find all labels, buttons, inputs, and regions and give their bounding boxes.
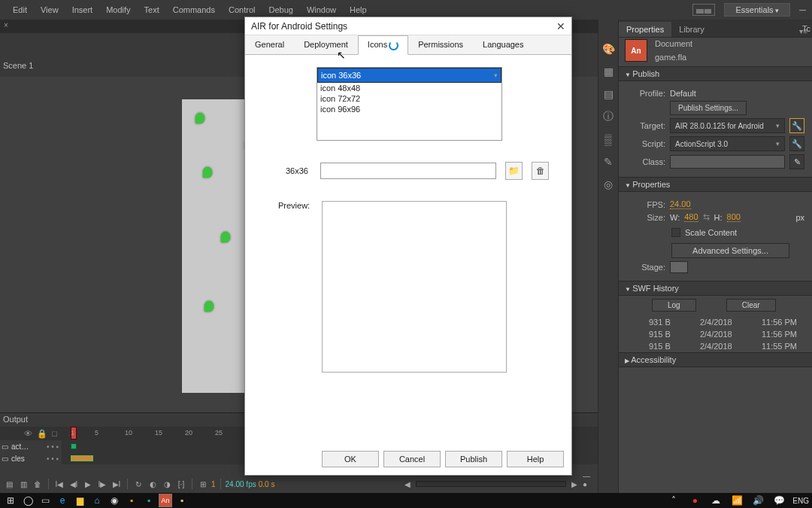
- cc-icon[interactable]: ◎: [601, 178, 615, 191]
- wrench-icon[interactable]: 🔧: [789, 136, 804, 151]
- last-frame-icon[interactable]: ▶I: [111, 478, 123, 490]
- zoom-slider-icon[interactable]: —●—: [583, 478, 595, 490]
- menu-control[interactable]: Control: [222, 2, 262, 17]
- section-swf-history[interactable]: SWF History: [619, 281, 812, 296]
- notepad-icon[interactable]: ▪: [174, 493, 189, 508]
- publish-button[interactable]: Publish: [445, 451, 502, 467]
- menu-modify[interactable]: Modify: [99, 2, 137, 17]
- wrench-icon[interactable]: 🔧: [789, 118, 804, 133]
- start-icon[interactable]: ⊞: [3, 493, 18, 508]
- icon-size-listbox[interactable]: icon 36x36 icon 48x48 icon 72x72 icon 96…: [317, 67, 502, 141]
- swatches-icon[interactable]: ▦: [601, 65, 615, 78]
- list-item[interactable]: icon 48x48: [317, 83, 501, 93]
- scroll-left-icon[interactable]: ◀: [401, 478, 414, 490]
- brush-icon[interactable]: ✎: [601, 155, 615, 169]
- play-icon[interactable]: ▶: [82, 478, 94, 490]
- taskview-icon[interactable]: ▭: [38, 493, 53, 508]
- trash-icon[interactable]: 🗑: [532, 162, 549, 180]
- new-folder-icon[interactable]: ▥: [17, 478, 29, 490]
- sprite[interactable]: [205, 301, 214, 312]
- menu-edit[interactable]: Edit: [6, 2, 34, 17]
- list-item[interactable]: icon 72x72: [317, 93, 501, 104]
- language-indicator[interactable]: ENG: [792, 497, 809, 505]
- link-icon[interactable]: ⇆: [703, 212, 710, 222]
- tab-properties[interactable]: Properties: [619, 22, 671, 37]
- animate-icon[interactable]: An: [159, 494, 172, 507]
- sprite[interactable]: [195, 113, 205, 123]
- current-frame[interactable]: 1: [211, 480, 216, 488]
- tab-library[interactable]: Library: [671, 22, 712, 37]
- menu-insert[interactable]: Insert: [65, 2, 100, 17]
- log-button[interactable]: Log: [652, 299, 696, 312]
- class-input[interactable]: [670, 155, 785, 169]
- notifications-icon[interactable]: 💬: [771, 493, 786, 508]
- chrome-icon[interactable]: ◉: [107, 493, 122, 508]
- new-layer-icon[interactable]: ▤: [3, 478, 15, 490]
- first-frame-icon[interactable]: I◀: [53, 478, 65, 490]
- menu-window[interactable]: Window: [300, 2, 343, 17]
- scale-content-checkbox[interactable]: [671, 228, 680, 237]
- align-icon[interactable]: ▤: [601, 87, 615, 101]
- menu-debug[interactable]: Debug: [262, 2, 299, 17]
- list-item[interactable]: icon 36x36: [317, 68, 501, 83]
- width-value[interactable]: 480: [684, 212, 698, 222]
- tray-up-icon[interactable]: ˄: [666, 493, 681, 508]
- tab-general[interactable]: General: [245, 35, 294, 54]
- target-select[interactable]: AIR 28.0.0.125 for Android: [670, 118, 785, 133]
- sprite[interactable]: [221, 232, 230, 242]
- fps-value[interactable]: 24.00: [670, 199, 691, 209]
- eye-icon[interactable]: 👁: [24, 429, 32, 438]
- close-icon[interactable]: ×: [4, 21, 8, 29]
- stage-color-swatch[interactable]: [670, 261, 688, 273]
- volume-icon[interactable]: 🔊: [750, 493, 765, 508]
- browse-icon[interactable]: 📁: [505, 162, 523, 180]
- menu-view[interactable]: View: [34, 2, 65, 17]
- ok-button[interactable]: OK: [322, 451, 379, 467]
- minimize-icon[interactable]: –: [799, 3, 806, 17]
- onion-out-icon[interactable]: ◑: [161, 478, 173, 490]
- scroll-right-icon[interactable]: ▶: [568, 478, 580, 490]
- tab-permissions[interactable]: Permissions: [408, 35, 473, 54]
- section-publish[interactable]: Publish: [619, 66, 812, 81]
- pencil-icon[interactable]: ✎: [789, 154, 804, 169]
- tab-languages[interactable]: Languages: [473, 35, 533, 54]
- clear-button[interactable]: Clear: [726, 299, 776, 312]
- center-frame-icon[interactable]: ⊞: [197, 478, 209, 490]
- onion-icon[interactable]: ◐: [147, 478, 159, 490]
- tab-deployment[interactable]: Deployment: [294, 35, 358, 54]
- webstorm-icon[interactable]: ▪: [141, 493, 156, 508]
- close-icon[interactable]: ✕: [556, 20, 565, 32]
- edge-icon[interactable]: e: [55, 493, 70, 508]
- section-properties[interactable]: Properties: [619, 177, 812, 192]
- fps-display[interactable]: 24.00 fps: [226, 480, 256, 488]
- transform-icon[interactable]: ▒: [601, 132, 615, 146]
- info-icon[interactable]: ⓘ: [601, 110, 615, 123]
- script-select[interactable]: ActionScript 3.0: [670, 136, 785, 151]
- store-icon[interactable]: ⌂: [89, 493, 105, 508]
- lock-icon[interactable]: 🔒: [37, 429, 47, 439]
- height-value[interactable]: 800: [727, 212, 741, 222]
- section-accessibility[interactable]: Accessibility: [619, 352, 812, 367]
- help-button[interactable]: Help: [507, 451, 564, 467]
- palette-icon[interactable]: 🎨: [601, 42, 615, 56]
- onedrive-icon[interactable]: ☁: [708, 493, 723, 508]
- advanced-settings-button[interactable]: Advanced Settings...: [671, 243, 789, 258]
- sublime-icon[interactable]: ▪: [124, 493, 139, 508]
- publish-settings-button[interactable]: Publish Settings...: [670, 101, 747, 115]
- sprite[interactable]: [203, 167, 212, 178]
- wifi-icon[interactable]: 📶: [729, 493, 744, 508]
- cancel-button[interactable]: Cancel: [383, 451, 441, 467]
- outline-icon[interactable]: □: [52, 429, 57, 438]
- prev-frame-icon[interactable]: ◀I: [68, 478, 80, 490]
- output-tab[interactable]: Output: [3, 415, 28, 424]
- workspace-selector[interactable]: Essentials: [724, 3, 790, 17]
- list-item[interactable]: icon 96x96: [317, 104, 501, 114]
- next-frame-icon[interactable]: I▶: [96, 478, 108, 490]
- menu-commands[interactable]: Commands: [166, 2, 222, 17]
- tab-icons[interactable]: Icons: [358, 35, 408, 55]
- trash-icon[interactable]: 🗑: [32, 478, 44, 490]
- hscroll[interactable]: [416, 481, 566, 487]
- loop-icon[interactable]: ↻: [132, 478, 144, 490]
- icon-path-input[interactable]: [320, 163, 496, 179]
- marker-icon[interactable]: [·]: [175, 478, 187, 490]
